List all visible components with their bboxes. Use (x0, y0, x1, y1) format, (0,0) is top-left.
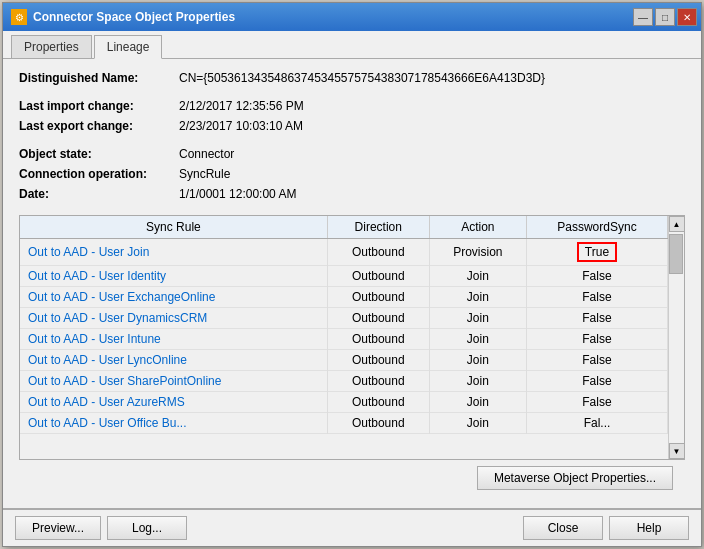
cell-action: Join (429, 392, 526, 413)
cell-sync-rule: Out to AAD - User LyncOnline (20, 350, 327, 371)
app-icon: ⚙ (11, 9, 27, 25)
window-title: Connector Space Object Properties (33, 10, 235, 24)
date-label: Date: (19, 187, 179, 201)
cell-direction: Outbound (327, 287, 429, 308)
minimize-button[interactable]: — (633, 8, 653, 26)
title-bar: ⚙ Connector Space Object Properties — □ … (3, 3, 701, 31)
cell-direction: Outbound (327, 413, 429, 434)
cell-action: Join (429, 329, 526, 350)
scrollbar[interactable]: ▲ ▼ (668, 216, 684, 459)
cell-direction: Outbound (327, 266, 429, 287)
last-export-label: Last export change: (19, 119, 179, 133)
maximize-button[interactable]: □ (655, 8, 675, 26)
distinguished-name-value: CN={505361343548637453455757543830717854… (179, 71, 545, 85)
cell-password-sync: True (526, 239, 667, 266)
date-value: 1/1/0001 12:00:00 AM (179, 187, 296, 201)
last-import-label: Last import change: (19, 99, 179, 113)
col-header-sync-rule: Sync Rule (20, 216, 327, 239)
log-button[interactable]: Log... (107, 516, 187, 540)
help-button[interactable]: Help (609, 516, 689, 540)
cell-password-sync: False (526, 287, 667, 308)
cell-action: Join (429, 287, 526, 308)
cell-password-sync: False (526, 371, 667, 392)
cell-password-sync: False (526, 308, 667, 329)
tab-bar: Properties Lineage (3, 31, 701, 59)
tab-properties[interactable]: Properties (11, 35, 92, 58)
cell-password-sync: Fal... (526, 413, 667, 434)
cell-action: Join (429, 413, 526, 434)
cell-password-sync: False (526, 392, 667, 413)
cell-direction: Outbound (327, 392, 429, 413)
tab-lineage[interactable]: Lineage (94, 35, 163, 59)
table-scroll-area[interactable]: Sync Rule Direction Action PasswordSync … (20, 216, 668, 459)
footer-right-buttons: Close Help (523, 516, 689, 540)
last-export-value: 2/23/2017 10:03:10 AM (179, 119, 303, 133)
title-bar-buttons: — □ ✕ (633, 8, 697, 26)
table-row[interactable]: Out to AAD - User IntuneOutboundJoinFals… (20, 329, 668, 350)
table-row[interactable]: Out to AAD - User AzureRMSOutboundJoinFa… (20, 392, 668, 413)
table-row[interactable]: Out to AAD - User JoinOutboundProvisionT… (20, 239, 668, 266)
cell-direction: Outbound (327, 329, 429, 350)
close-window-button[interactable]: ✕ (677, 8, 697, 26)
cell-sync-rule: Out to AAD - User ExchangeOnline (20, 287, 327, 308)
preview-button[interactable]: Preview... (15, 516, 101, 540)
table-row[interactable]: Out to AAD - User IdentityOutboundJoinFa… (20, 266, 668, 287)
cell-action: Join (429, 308, 526, 329)
cell-sync-rule: Out to AAD - User AzureRMS (20, 392, 327, 413)
cell-sync-rule: Out to AAD - User SharePointOnline (20, 371, 327, 392)
cell-sync-rule: Out to AAD - User Office Bu... (20, 413, 327, 434)
object-state-value: Connector (179, 147, 234, 161)
object-state-label: Object state: (19, 147, 179, 161)
cell-direction: Outbound (327, 308, 429, 329)
table-row[interactable]: Out to AAD - User DynamicsCRMOutboundJoi… (20, 308, 668, 329)
table-row[interactable]: Out to AAD - User ExchangeOnlineOutbound… (20, 287, 668, 308)
scroll-down-button[interactable]: ▼ (669, 443, 685, 459)
connection-operation-label: Connection operation: (19, 167, 179, 181)
cell-sync-rule: Out to AAD - User Join (20, 239, 327, 266)
distinguished-name-label: Distinguished Name: (19, 71, 179, 85)
cell-direction: Outbound (327, 350, 429, 371)
cell-action: Join (429, 350, 526, 371)
connection-operation-row: Connection operation: SyncRule (19, 167, 685, 181)
scroll-up-button[interactable]: ▲ (669, 216, 685, 232)
cell-sync-rule: Out to AAD - User Identity (20, 266, 327, 287)
scroll-thumb-area (669, 232, 684, 443)
distinguished-name-row: Distinguished Name: CN={5053613435486374… (19, 71, 685, 85)
title-bar-left: ⚙ Connector Space Object Properties (11, 9, 235, 25)
col-header-action: Action (429, 216, 526, 239)
cell-password-sync: False (526, 329, 667, 350)
table-row[interactable]: Out to AAD - User LyncOnlineOutboundJoin… (20, 350, 668, 371)
cell-direction: Outbound (327, 239, 429, 266)
cell-action: Join (429, 266, 526, 287)
cell-sync-rule: Out to AAD - User DynamicsCRM (20, 308, 327, 329)
close-button[interactable]: Close (523, 516, 603, 540)
cell-password-sync: False (526, 350, 667, 371)
footer-bar: Preview... Log... Close Help (3, 508, 701, 546)
sync-rules-table-wrapper: Sync Rule Direction Action PasswordSync … (19, 215, 685, 460)
col-header-password-sync: PasswordSync (526, 216, 667, 239)
metaverse-object-properties-button[interactable]: Metaverse Object Properties... (477, 466, 673, 490)
main-window: ⚙ Connector Space Object Properties — □ … (2, 2, 702, 547)
cell-action: Provision (429, 239, 526, 266)
col-header-direction: Direction (327, 216, 429, 239)
content-area: Distinguished Name: CN={5053613435486374… (3, 59, 701, 508)
date-row: Date: 1/1/0001 12:00:00 AM (19, 187, 685, 201)
sync-rules-table: Sync Rule Direction Action PasswordSync … (20, 216, 668, 434)
connection-operation-value: SyncRule (179, 167, 230, 181)
scroll-thumb[interactable] (669, 234, 683, 274)
footer-left-buttons: Preview... Log... (15, 516, 187, 540)
last-import-row: Last import change: 2/12/2017 12:35:56 P… (19, 99, 685, 113)
cell-password-sync: False (526, 266, 667, 287)
cell-action: Join (429, 371, 526, 392)
cell-direction: Outbound (327, 371, 429, 392)
cell-sync-rule: Out to AAD - User Intune (20, 329, 327, 350)
last-export-row: Last export change: 2/23/2017 10:03:10 A… (19, 119, 685, 133)
metaverse-button-section: Metaverse Object Properties... (19, 460, 685, 496)
table-row[interactable]: Out to AAD - User SharePointOnlineOutbou… (20, 371, 668, 392)
last-import-value: 2/12/2017 12:35:56 PM (179, 99, 304, 113)
object-state-row: Object state: Connector (19, 147, 685, 161)
table-row[interactable]: Out to AAD - User Office Bu...OutboundJo… (20, 413, 668, 434)
